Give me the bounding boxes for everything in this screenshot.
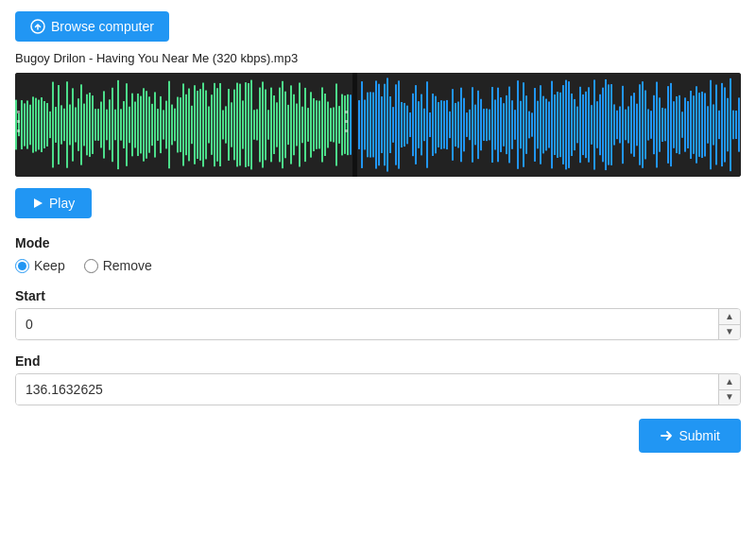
browse-computer-button[interactable]: Browse computer xyxy=(15,11,169,42)
end-spinner: ▲ ▼ xyxy=(718,374,740,405)
start-increment-button[interactable]: ▲ xyxy=(719,309,740,325)
play-icon xyxy=(32,198,43,209)
upload-icon xyxy=(30,19,45,34)
start-decrement-button[interactable]: ▼ xyxy=(719,325,740,340)
mode-label: Mode xyxy=(15,235,741,250)
mode-remove-radio[interactable] xyxy=(84,259,98,273)
mode-keep-label: Keep xyxy=(34,258,65,273)
submit-label: Submit xyxy=(679,428,720,443)
start-label: Start xyxy=(15,288,741,303)
end-input-wrapper: ▲ ▼ xyxy=(15,373,741,405)
waveform-display[interactable] xyxy=(15,73,741,177)
arrow-right-icon xyxy=(660,429,673,442)
mode-keep-radio[interactable] xyxy=(15,259,29,273)
start-input[interactable] xyxy=(16,309,718,339)
play-label: Play xyxy=(49,196,75,211)
mode-remove-label: Remove xyxy=(103,258,152,273)
end-increment-button[interactable]: ▲ xyxy=(719,374,740,390)
end-label: End xyxy=(15,353,741,369)
end-input[interactable] xyxy=(16,374,718,405)
mode-keep-option[interactable]: Keep xyxy=(15,258,65,273)
svg-marker-1 xyxy=(34,198,43,208)
file-name: Bugoy Drilon - Having You Near Me (320 k… xyxy=(15,51,741,65)
start-spinner: ▲ ▼ xyxy=(718,309,740,339)
play-button[interactable]: Play xyxy=(15,188,92,218)
submit-row: Submit xyxy=(15,419,741,453)
start-input-wrapper: ▲ ▼ xyxy=(15,308,741,340)
end-decrement-button[interactable]: ▼ xyxy=(719,390,740,405)
mode-remove-option[interactable]: Remove xyxy=(84,258,152,273)
mode-radio-group: Keep Remove xyxy=(15,258,741,273)
browse-button-label: Browse computer xyxy=(51,19,154,34)
waveform-canvas xyxy=(15,73,741,177)
submit-button[interactable]: Submit xyxy=(639,419,741,453)
